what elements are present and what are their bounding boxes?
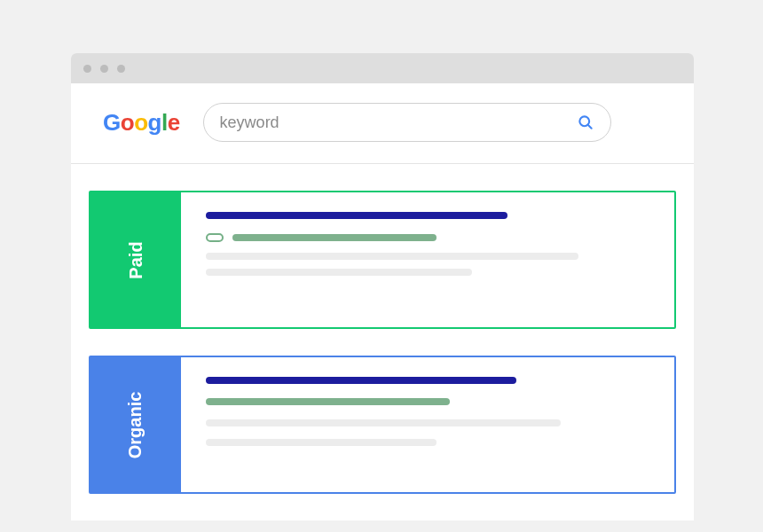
- traffic-light-zoom-icon[interactable]: [117, 65, 125, 73]
- paid-result-item: [181, 192, 674, 327]
- traffic-light-minimize-icon[interactable]: [100, 65, 108, 73]
- result-snippet-placeholder: [206, 253, 578, 260]
- window-titlebar: [71, 53, 694, 83]
- browser-window: Google keyword Paid: [71, 53, 694, 520]
- ad-badge-icon: [206, 233, 224, 242]
- traffic-light-close-icon[interactable]: [83, 65, 91, 73]
- search-results: Paid Organic: [71, 164, 694, 494]
- result-snippet-placeholder: [206, 419, 561, 426]
- result-title-placeholder[interactable]: [206, 377, 516, 384]
- result-snippet-placeholder: [206, 439, 437, 446]
- result-url-placeholder: [232, 234, 437, 241]
- paid-label: Paid: [90, 192, 181, 327]
- search-header: Google keyword: [71, 83, 694, 164]
- organic-results-section: Organic: [89, 356, 676, 494]
- search-placeholder: keyword: [220, 113, 279, 132]
- organic-result-item: [181, 357, 674, 492]
- paid-results-section: Paid: [89, 191, 676, 329]
- search-icon[interactable]: [577, 113, 594, 131]
- result-url-placeholder: [206, 398, 450, 405]
- result-title-placeholder[interactable]: [206, 212, 507, 219]
- result-snippet-placeholder: [206, 269, 472, 276]
- svg-line-1: [587, 125, 591, 129]
- google-logo: Google: [103, 109, 180, 137]
- organic-label: Organic: [90, 357, 181, 492]
- search-input[interactable]: keyword: [203, 103, 611, 142]
